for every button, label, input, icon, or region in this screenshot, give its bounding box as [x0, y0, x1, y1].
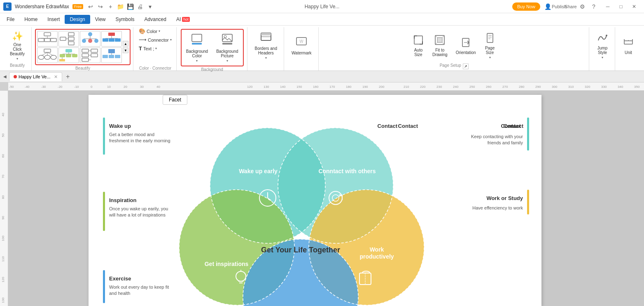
menu-symbols[interactable]: Symbols	[111, 15, 140, 24]
ribbon: ✨ One ClickBeautify ▾ Beautify	[0, 26, 644, 71]
menu-ai[interactable]: AI hot	[171, 15, 195, 24]
fit-drawing-label: Fit toDrawing	[432, 48, 448, 57]
style-scroll-down[interactable]: ▼	[123, 47, 128, 53]
svg-rect-35	[59, 59, 65, 61]
svg-point-25	[38, 55, 44, 59]
svg-text:Wake up: Wake up	[109, 123, 131, 129]
new-icon[interactable]: +	[106, 2, 114, 11]
page-setup-expand[interactable]: ↗	[463, 64, 469, 69]
color-connector-group: 🎨 Color ▾ ⟶ Connector ▾ T Text ; ▾ Color…	[134, 27, 177, 71]
tab-close[interactable]: ✕	[54, 74, 58, 80]
style-button-8[interactable]	[101, 47, 122, 63]
document-area[interactable]: Facet	[89, 95, 541, 306]
one-click-beautify-button[interactable]: ✨ One ClickBeautify ▾	[7, 29, 28, 62]
borders-headers-button[interactable]: Borders andHeaders ▾	[252, 30, 280, 61]
connector-icon: ⟶	[139, 37, 147, 43]
svg-rect-55	[261, 33, 271, 35]
jump-style-button[interactable]: JumpStyle ▾	[593, 31, 611, 61]
help-button[interactable]: ?	[590, 2, 598, 11]
svg-text:70: 70	[1, 174, 5, 178]
style-button-7[interactable]	[80, 47, 100, 63]
svg-point-52	[224, 35, 226, 38]
svg-text:W: W	[300, 39, 304, 44]
style-button-4[interactable]	[101, 31, 122, 47]
publish-button[interactable]: Publish	[555, 2, 563, 11]
svg-text:160: 160	[313, 85, 319, 89]
title-bar-right: Buy Now 👤 Publish Share ⚙ ? ─ □ ✕	[512, 2, 641, 11]
svg-text:280: 280	[519, 85, 525, 89]
menu-advanced[interactable]: Advanced	[140, 15, 171, 24]
style-button-3[interactable]	[80, 31, 100, 47]
print-icon[interactable]: 🖨	[136, 2, 144, 11]
options-button[interactable]: ⚙	[578, 2, 586, 11]
style-scroll-up[interactable]: ▲	[123, 41, 128, 47]
svg-rect-42	[91, 49, 98, 52]
svg-text:0: 0	[91, 85, 93, 89]
page-size-icon	[484, 32, 496, 45]
style-button-5[interactable]	[37, 47, 58, 63]
svg-text:-10: -10	[74, 85, 79, 89]
close-button[interactable]: ✕	[628, 2, 641, 11]
style-button-2[interactable]	[58, 31, 79, 47]
svg-rect-123	[527, 118, 529, 151]
unit-label: Unit	[625, 50, 632, 55]
save-icon[interactable]: 💾	[126, 2, 134, 11]
svg-rect-5	[51, 38, 56, 42]
undo-icon[interactable]: ↩	[86, 2, 95, 11]
svg-text:60: 60	[1, 154, 5, 158]
svg-rect-59	[414, 36, 422, 44]
bg-color-icon	[190, 33, 203, 48]
minimize-button[interactable]: ─	[601, 2, 614, 11]
fit-drawing-button[interactable]: Fit toDrawing	[429, 33, 451, 59]
app-name: Wondershare EdrawMax	[15, 4, 69, 9]
jump-style-group: JumpStyle ▾	[590, 27, 615, 71]
bg-picture-icon	[221, 33, 234, 48]
watermark-icon: W	[295, 36, 308, 50]
buy-now-button[interactable]: Buy Now	[512, 2, 540, 11]
style-button-6[interactable]	[58, 47, 79, 63]
text-button[interactable]: T Text ; ▾	[137, 45, 174, 52]
auto-size-button[interactable]: AutoSize	[409, 33, 427, 59]
menu-view[interactable]: View	[90, 15, 111, 24]
menu-home[interactable]: Home	[19, 15, 42, 24]
tab-happy-life[interactable]: Happy Life Ve... ✕	[9, 72, 62, 81]
menu-insert[interactable]: Insert	[42, 15, 65, 24]
unit-button[interactable]: Unit	[619, 35, 637, 56]
background-picture-button[interactable]: BackgroundPicture ▾	[213, 31, 241, 64]
free-badge: Free	[72, 4, 84, 9]
user-avatar[interactable]: 👤	[544, 2, 552, 11]
color-button[interactable]: 🎨 Color ▾	[137, 27, 174, 35]
redo-icon[interactable]: ↪	[96, 2, 105, 11]
menu-file[interactable]: File	[2, 15, 19, 24]
svg-text:170: 170	[329, 85, 335, 89]
background-color-button[interactable]: BackgroundColor ▾	[183, 31, 211, 64]
svg-rect-33	[72, 54, 77, 57]
auto-size-label: AutoSize	[414, 48, 423, 57]
color-chevron: ▾	[159, 29, 160, 33]
style-button-1[interactable]	[37, 31, 58, 47]
more-icon[interactable]: ▾	[146, 2, 154, 11]
canvas-wrapper: -50 -40 -30 -20 -10 0 10 20 30 40 120 13…	[0, 82, 644, 306]
svg-rect-0	[44, 33, 51, 36]
main-area: -50 -40 -30 -20 -10 0 10 20 30 40 120 13…	[0, 82, 644, 306]
watermark-button[interactable]: W Watermark	[288, 35, 315, 57]
open-icon[interactable]: 📁	[116, 2, 124, 11]
left-ruler: 40 50 60 70 80 90 100 110 120 130 140	[0, 91, 8, 306]
share-button[interactable]: Share	[567, 2, 575, 11]
orientation-button[interactable]: Orientation	[453, 35, 479, 56]
svg-rect-23	[115, 38, 121, 42]
svg-rect-24	[44, 49, 51, 52]
connector-button[interactable]: ⟶ Connector ▾	[137, 36, 174, 44]
svg-point-26	[44, 55, 50, 59]
color-label: Color	[147, 29, 157, 34]
svg-rect-44	[108, 49, 115, 53]
menu-design[interactable]: Design	[65, 15, 90, 24]
sidebar-collapse[interactable]: ◀	[2, 73, 8, 80]
svg-text:Contact: Contact	[398, 123, 418, 129]
svg-text:250: 250	[469, 85, 475, 89]
maximize-button[interactable]: □	[614, 2, 628, 11]
tab-add-button[interactable]: +	[63, 72, 73, 82]
beautify-chevron: ▾	[16, 57, 18, 61]
svg-rect-28	[65, 49, 72, 52]
page-size-button[interactable]: PageSize ▾	[481, 31, 499, 61]
